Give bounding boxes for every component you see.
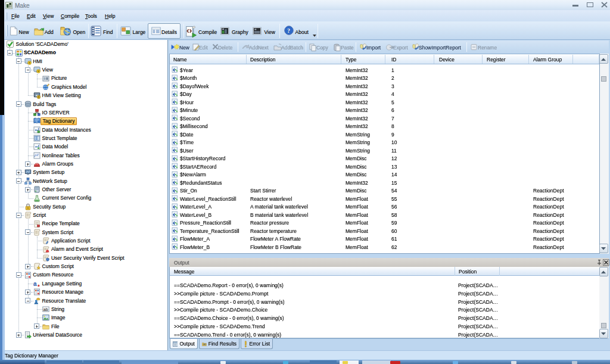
svg-text:?: ? [287, 27, 290, 34]
